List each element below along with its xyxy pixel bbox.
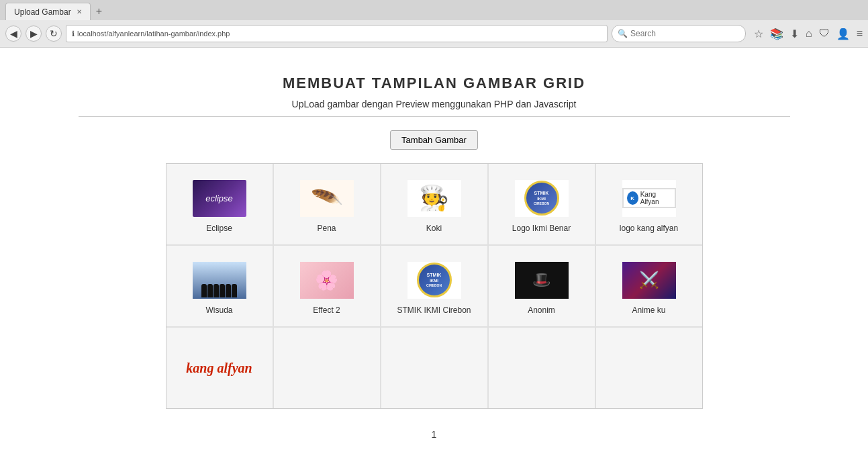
search-bar[interactable]: 🔍 bbox=[612, 25, 746, 42]
ikmi-image: STMIK IKMI CIREBON bbox=[515, 178, 569, 218]
anonim-image: 🎩 bbox=[515, 260, 569, 300]
user-icon[interactable]: 👤 bbox=[836, 28, 850, 40]
wisuda-image bbox=[193, 260, 246, 300]
tab-close-button[interactable]: ✕ bbox=[77, 8, 82, 15]
koki-label: Koki bbox=[426, 224, 442, 233]
grid-item-stmik[interactable]: STMIK IKMI CIREBON STMIK IKMI Cirebon bbox=[381, 246, 487, 326]
grid-item-effect2[interactable]: 🌸 Effect 2 bbox=[274, 246, 380, 326]
security-icon: ℹ bbox=[72, 30, 75, 38]
back-button[interactable]: ◀ bbox=[5, 26, 21, 42]
grid-item-pena[interactable]: 🪶 Pena bbox=[274, 164, 380, 244]
anime-image: ⚔️ bbox=[622, 260, 676, 300]
grid-empty-3 bbox=[489, 328, 595, 408]
bookmarks-icon[interactable]: 📚 bbox=[770, 28, 783, 40]
eclipse-image: eclipse bbox=[193, 178, 246, 218]
download-icon[interactable]: ⬇ bbox=[790, 28, 799, 40]
grid-item-wisuda[interactable]: Wisuda bbox=[166, 246, 273, 326]
ikmi-badge: STMIK IKMI CIREBON bbox=[524, 181, 559, 216]
address-text: localhost/alfyanlearn/latihan-gambar/ind… bbox=[77, 30, 601, 38]
search-icon: 🔍 bbox=[618, 29, 628, 38]
wisuda-silhouettes bbox=[201, 284, 237, 297]
tab-title: Upload Gambar bbox=[14, 7, 71, 17]
browser-controls-bar: ◀ ▶ ↻ ℹ localhost/alfyanlearn/latihan-ga… bbox=[0, 20, 868, 47]
grid-empty-4 bbox=[596, 328, 702, 408]
search-input[interactable] bbox=[630, 29, 740, 38]
new-tab-button[interactable]: + bbox=[91, 5, 107, 17]
refresh-icon: ↻ bbox=[50, 28, 58, 39]
logo-ikmi-label: Logo Ikmi Benar bbox=[512, 224, 571, 233]
page-subtitle: UpLoad gambar dengan Preview menggunakan… bbox=[79, 99, 790, 109]
kangalfyan-logo-text: Kang Alfyan bbox=[640, 191, 671, 205]
tab-bar: Upload Gambar ✕ + bbox=[0, 0, 868, 20]
image-grid: eclipse Eclipse 🪶 Pena 🧑‍🍳 Koki bbox=[166, 163, 703, 409]
grid-item-anime[interactable]: ⚔️ Anime ku bbox=[596, 246, 702, 326]
bookmark-icon[interactable]: ☆ bbox=[754, 28, 763, 40]
home-icon[interactable]: ⌂ bbox=[806, 28, 812, 40]
tambah-gambar-button[interactable]: Tambah Gambar bbox=[390, 130, 478, 150]
shield-icon[interactable]: 🛡 bbox=[819, 28, 830, 40]
menu-icon[interactable]: ≡ bbox=[857, 28, 863, 40]
anonim-label: Anonim bbox=[528, 305, 555, 315]
back-icon: ◀ bbox=[10, 28, 17, 39]
grid-item-koki[interactable]: 🧑‍🍳 Koki bbox=[381, 164, 487, 244]
page-title: MEMBUAT TAMPILAN GAMBAR GRID bbox=[79, 75, 790, 92]
anonim-icon: 🎩 bbox=[532, 271, 550, 289]
forward-icon: ▶ bbox=[30, 28, 38, 39]
kang-alfyan-text-cell: kang alfyan bbox=[166, 328, 273, 408]
browser-chrome: Upload Gambar ✕ + ◀ ▶ ↻ ℹ localhost/alfy… bbox=[0, 0, 868, 48]
browser-tab[interactable]: Upload Gambar ✕ bbox=[5, 3, 91, 20]
effect2-icon: 🌸 bbox=[315, 269, 338, 291]
anime-label: Anime ku bbox=[632, 305, 665, 315]
effect2-label: Effect 2 bbox=[313, 305, 340, 315]
koki-image: 🧑‍🍳 bbox=[407, 178, 461, 218]
grid-empty-1 bbox=[274, 328, 380, 408]
grid-item-logo-kang-alfyan[interactable]: K Kang Alfyan logo kang alfyan bbox=[596, 164, 702, 244]
feather-icon: 🪶 bbox=[309, 181, 344, 214]
anime-icon: ⚔️ bbox=[639, 271, 659, 289]
refresh-button[interactable]: ↻ bbox=[46, 26, 62, 42]
stmik-image: STMIK IKMI CIREBON bbox=[407, 260, 461, 300]
grid-item-anonim[interactable]: 🎩 Anonim bbox=[489, 246, 595, 326]
pena-label: Pena bbox=[317, 224, 336, 233]
wisuda-label: Wisuda bbox=[205, 305, 232, 315]
ka-logo-icon: K bbox=[627, 191, 638, 205]
address-bar[interactable]: ℹ localhost/alfyanlearn/latihan-gambar/i… bbox=[66, 25, 608, 42]
kangalfyan-image: K Kang Alfyan bbox=[622, 178, 676, 218]
grid-item-eclipse[interactable]: eclipse Eclipse bbox=[166, 164, 273, 244]
page-number: 1 bbox=[432, 429, 437, 440]
grid-empty-2 bbox=[381, 328, 487, 408]
page-content: MEMBUAT TAMPILAN GAMBAR GRID UpLoad gamb… bbox=[65, 48, 804, 453]
stmik-label: STMIK IKMI Cirebon bbox=[397, 305, 471, 315]
koki-icon: 🧑‍🍳 bbox=[419, 184, 449, 212]
kang-alfyan-signature: kang alfyan bbox=[186, 361, 252, 376]
toolbar-icons: ☆ 📚 ⬇ ⌂ 🛡 👤 ≡ bbox=[750, 28, 863, 40]
forward-button[interactable]: ▶ bbox=[26, 26, 42, 42]
eclipse-label: Eclipse bbox=[206, 224, 232, 233]
effect2-image: 🌸 bbox=[300, 260, 354, 300]
pagination: 1 bbox=[79, 429, 790, 440]
kangalfyan-label: logo kang alfyan bbox=[620, 224, 678, 233]
stmik-badge: STMIK IKMI CIREBON bbox=[417, 263, 452, 297]
grid-item-logo-ikmi[interactable]: STMIK IKMI CIREBON Logo Ikmi Benar bbox=[489, 164, 595, 244]
pena-image: 🪶 bbox=[300, 178, 354, 218]
section-divider bbox=[79, 116, 790, 117]
